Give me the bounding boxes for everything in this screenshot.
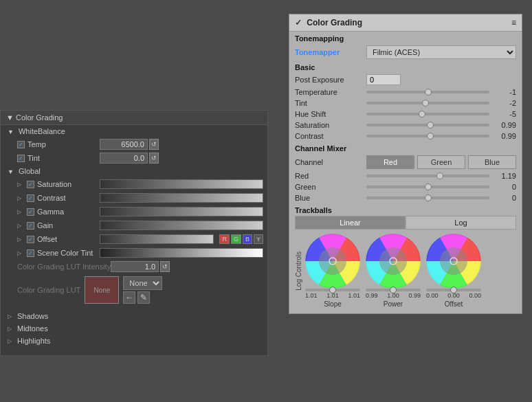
saturation-row: ▷ Saturation — [1, 177, 267, 191]
global-label: Global — [19, 167, 41, 175]
slope-title: Slope — [324, 300, 342, 308]
saturation-label: Saturation — [37, 180, 71, 188]
lut-thumbnail: None — [85, 276, 119, 304]
channel-mixer-title: Channel Mixer — [289, 142, 522, 154]
color-label-r[interactable]: R — [219, 234, 230, 244]
lut-intensity-arrow[interactable]: ↺ — [160, 261, 170, 272]
slope-thumb — [329, 287, 336, 293]
contrast-expand[interactable]: ▷ — [17, 195, 21, 201]
highlights-section[interactable]: ▷ Highlights — [8, 335, 263, 347]
saturation-bar[interactable] — [100, 179, 263, 189]
svg-point-4 — [379, 247, 407, 275]
offset-bar[interactable] — [100, 234, 214, 244]
tb-tab-linear[interactable]: Linear — [295, 216, 406, 230]
lut-none-text: None — [93, 287, 110, 294]
temperature-slider[interactable] — [366, 91, 489, 93]
contrast-r-slider[interactable] — [366, 135, 489, 137]
midtones-section[interactable]: ▷ Midtones — [8, 322, 263, 335]
lut-back-btn[interactable]: ← — [123, 291, 135, 304]
channel-red-btn[interactable]: Red — [366, 155, 414, 169]
trackballs-title: Trackballs — [295, 203, 516, 216]
post-exposure-input[interactable] — [366, 74, 401, 85]
contrast-bar[interactable] — [100, 193, 263, 203]
power-slider[interactable] — [366, 289, 421, 291]
shadows-section[interactable]: ▷ Shadows — [8, 310, 263, 322]
channel-header: Channel Red Green Blue — [289, 154, 522, 170]
channel-green-btn[interactable]: Green — [417, 155, 465, 169]
gain-row: ▷ Gain — [1, 219, 267, 232]
temperature-value: -1 — [492, 88, 516, 96]
lut-intensity-label: Color Grading LUT Intensity — [17, 263, 111, 271]
tint-r-slider[interactable] — [366, 102, 489, 104]
tint-checkbox[interactable] — [17, 155, 25, 162]
contrast-checkbox[interactable] — [27, 194, 34, 202]
cm-green-slider[interactable] — [366, 186, 489, 188]
contrast-r-thumb — [427, 133, 434, 139]
lut-intensity-input[interactable] — [111, 261, 159, 272]
saturation-r-label: Saturation — [295, 121, 364, 129]
gamma-bar[interactable] — [100, 207, 263, 216]
cm-red-slider[interactable] — [366, 175, 489, 177]
scene-color-tint-bar[interactable] — [100, 248, 263, 258]
gamma-expand[interactable]: ▷ — [17, 209, 21, 215]
tint-r-label: Tint — [295, 99, 364, 107]
slope-slider[interactable] — [305, 289, 360, 291]
right-panel: ✓ Color Grading ≡ Tonemapping Tonemapper… — [289, 14, 522, 314]
scene-color-tint-row: ▷ Scene Color Tint — [1, 246, 267, 260]
left-panel-header: ▼ Color Grading — [1, 111, 267, 125]
temp-arrow-btn[interactable]: ↺ — [149, 139, 159, 150]
gain-bar[interactable] — [100, 221, 263, 230]
header-menu-icon[interactable]: ≡ — [511, 18, 516, 27]
temp-checkbox[interactable] — [17, 141, 25, 148]
offset-checkbox[interactable] — [27, 236, 34, 243]
tint-row: Tint ↺ — [1, 151, 267, 165]
offset-wheel[interactable] — [426, 234, 481, 289]
power-val-3: 0.99 — [408, 292, 421, 299]
saturation-r-value: 0.99 — [492, 121, 516, 129]
gamma-checkbox[interactable] — [27, 208, 34, 216]
saturation-r-slider[interactable] — [366, 124, 489, 126]
contrast-r-label: Contrast — [295, 132, 364, 140]
contrast-r-value: 0.99 — [492, 132, 516, 140]
tint-input[interactable] — [100, 153, 148, 164]
hue-shift-label: Hue Shift — [295, 110, 364, 118]
right-panel-title: Color Grading — [307, 18, 362, 27]
offset2-slider[interactable] — [426, 289, 481, 291]
gain-expand[interactable]: ▷ — [17, 223, 21, 229]
offset-expand[interactable]: ▷ — [17, 236, 21, 243]
temp-input[interactable] — [100, 139, 148, 150]
saturation-expand[interactable]: ▷ — [17, 181, 21, 188]
tb-tab-log[interactable]: Log — [406, 216, 516, 230]
color-label-b[interactable]: B — [243, 234, 252, 244]
tint-arrow-btn[interactable]: ↺ — [149, 153, 159, 164]
cm-red-thumb — [436, 172, 443, 179]
log-controls-label: Log Controls — [295, 252, 302, 291]
cm-green-thumb — [425, 183, 432, 190]
whitebalance-section[interactable]: ▼ WhiteBalance — [1, 125, 267, 137]
color-label-g[interactable]: G — [231, 234, 241, 244]
color-label-y[interactable]: Y — [254, 234, 263, 244]
slope-wheel[interactable] — [305, 234, 360, 289]
lut-intensity-row: Color Grading LUT Intensity ↺ — [1, 260, 267, 273]
slope-val-3: 1.01 — [348, 292, 360, 299]
offset-val-1: 0.00 — [426, 292, 439, 299]
power-wheel[interactable] — [366, 234, 421, 289]
lut-dropdown[interactable]: None — [123, 276, 162, 290]
scene-color-tint-expand[interactable]: ▷ — [17, 250, 21, 256]
lut-edit-btn[interactable]: ✎ — [137, 291, 150, 304]
tint-r-row: Tint -2 — [289, 98, 522, 109]
global-section[interactable]: ▼ Global — [1, 165, 267, 177]
cm-blue-slider[interactable] — [366, 197, 489, 199]
cm-blue-row: Blue 0 — [289, 192, 522, 203]
saturation-checkbox[interactable] — [27, 181, 34, 188]
left-panel: ▼ Color Grading ▼ WhiteBalance Temp ↺ Ti… — [0, 110, 268, 356]
cm-green-row: Green 0 — [289, 181, 522, 192]
gain-checkbox[interactable] — [27, 222, 34, 230]
scene-color-tint-checkbox[interactable] — [27, 249, 34, 257]
hue-shift-value: -5 — [492, 110, 516, 118]
tonemapper-select[interactable]: Filmic (ACES) — [366, 45, 516, 59]
cm-blue-value: 0 — [492, 194, 516, 202]
hue-shift-slider[interactable] — [366, 113, 489, 115]
channel-blue-btn[interactable]: Blue — [468, 155, 516, 169]
svg-point-7 — [440, 247, 467, 275]
